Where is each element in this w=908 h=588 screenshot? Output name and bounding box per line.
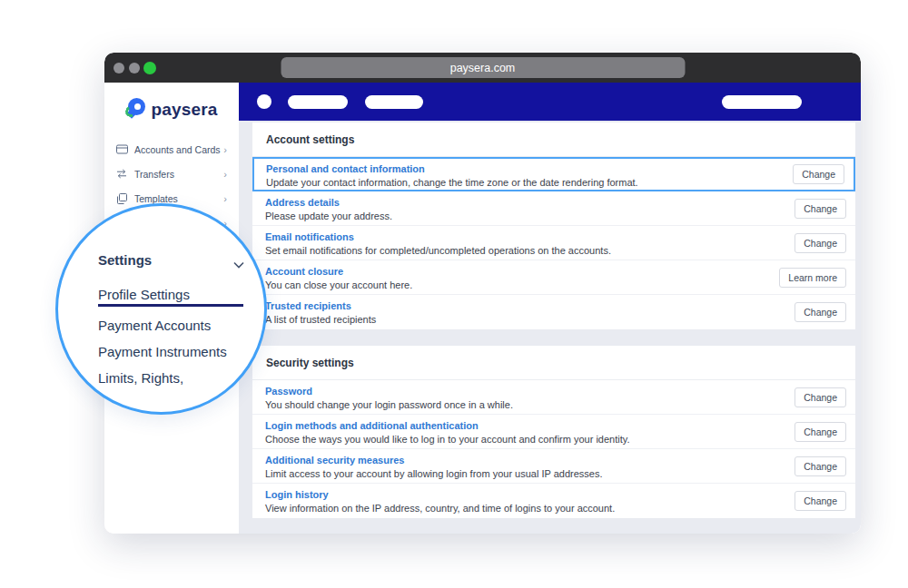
row-account-closure[interactable]: Account closure You can close your accou… [252, 260, 855, 295]
account-settings-title: Account settings [252, 122, 855, 157]
nav-placeholder-pill [365, 95, 423, 109]
row-description: Limit access to your account by allowing… [265, 468, 760, 479]
menu-item-payment-instruments[interactable]: Payment Instruments [98, 344, 227, 359]
change-button[interactable]: Change [794, 456, 846, 476]
learn-more-button[interactable]: Learn more [779, 268, 846, 288]
row-title: Password [265, 386, 760, 397]
sidebar-item-accounts-and-cards[interactable]: Accounts and Cards › [104, 137, 239, 162]
row-password[interactable]: Password You should change your login pa… [252, 380, 855, 415]
row-description: You can close your account here. [265, 279, 760, 290]
chevron-right-icon: › [223, 193, 227, 204]
sidebar-item-label: Accounts and Cards [134, 144, 223, 155]
change-button[interactable]: Change [794, 233, 846, 253]
row-title: Personal and contact information [266, 163, 758, 174]
account-settings-panel: Account settings Personal and contact in… [252, 122, 855, 329]
row-address-details[interactable]: Address details Please update your addre… [252, 191, 855, 226]
row-personal-and-contact-information[interactable]: Personal and contact information Update … [252, 157, 855, 191]
row-description: Please update your address. [265, 211, 760, 221]
top-navy-bar [239, 83, 861, 121]
menu-item-payment-accounts[interactable]: Payment Accounts [98, 318, 211, 333]
url-text: paysera.com [450, 62, 516, 74]
paysera-logo[interactable]: paysera [104, 83, 239, 122]
window-control-icon[interactable] [114, 63, 124, 74]
nav-placeholder-pill [722, 95, 802, 109]
change-button[interactable]: Change [794, 422, 846, 442]
change-button[interactable]: Change [794, 491, 846, 511]
row-description: A list of trusted recipients [265, 314, 760, 325]
sidebar-item-label: Transfers [134, 169, 223, 180]
change-button[interactable]: Change [794, 387, 846, 407]
row-title: Account closure [265, 266, 760, 277]
window-control-green-icon[interactable] [143, 62, 156, 74]
row-title: Additional security measures [265, 455, 760, 466]
address-bar[interactable]: paysera.com [281, 57, 685, 78]
change-button[interactable]: Change [794, 302, 846, 322]
row-description: Update your contact information, change … [266, 177, 758, 188]
transfers-icon [116, 169, 134, 179]
nav-placeholder-circle [257, 94, 271, 109]
row-description: Choose the ways you would like to log in… [265, 434, 760, 445]
row-title: Login history [265, 489, 760, 500]
templates-icon [116, 193, 134, 204]
row-title: Login methods and additional authenticat… [265, 420, 760, 431]
sidebar-item-transfers[interactable]: Transfers › [104, 162, 239, 186]
row-title: Email notifications [265, 231, 760, 242]
row-additional-security-measures[interactable]: Additional security measures Limit acces… [252, 449, 855, 484]
row-trusted-recipients[interactable]: Trusted recipients A list of trusted rec… [252, 295, 855, 329]
row-description: Set email notifications for completed/un… [265, 245, 760, 256]
paysera-logo-text: paysera [151, 100, 217, 120]
sidebar-item-label: Templates [134, 193, 223, 204]
chevron-down-icon [233, 256, 244, 263]
window-control-icon[interactable] [129, 63, 140, 74]
security-settings-panel: Security settings Password You should ch… [252, 346, 855, 518]
row-login-methods[interactable]: Login methods and additional authenticat… [252, 415, 855, 449]
security-settings-title: Security settings [252, 346, 855, 380]
menu-item-profile-settings[interactable]: Profile Settings [98, 287, 190, 302]
main-content: Account settings Personal and contact in… [239, 83, 861, 534]
menu-item-limits-rights[interactable]: Limits, Rights, [98, 370, 183, 386]
row-description: You should change your login password on… [265, 399, 760, 410]
row-title: Address details [265, 197, 760, 208]
nav-placeholder-pill [288, 95, 348, 109]
magnifier-circle: Settings Profile Settings Payment Accoun… [55, 203, 267, 415]
settings-menu-label[interactable]: Settings [98, 252, 152, 268]
row-email-notifications[interactable]: Email notifications Set email notificati… [252, 226, 855, 260]
chevron-right-icon: › [223, 169, 227, 180]
browser-titlebar: paysera.com [104, 53, 861, 83]
active-item-underline [98, 304, 243, 307]
chevron-right-icon: › [223, 144, 227, 155]
paysera-logo-icon [125, 98, 145, 121]
change-button[interactable]: Change [793, 164, 844, 184]
row-login-history[interactable]: Login history View information on the IP… [252, 484, 855, 518]
change-button[interactable]: Change [794, 199, 846, 219]
row-description: View information on the IP address, coun… [265, 503, 760, 514]
row-title: Trusted recipients [265, 300, 760, 311]
cards-icon [116, 144, 134, 154]
